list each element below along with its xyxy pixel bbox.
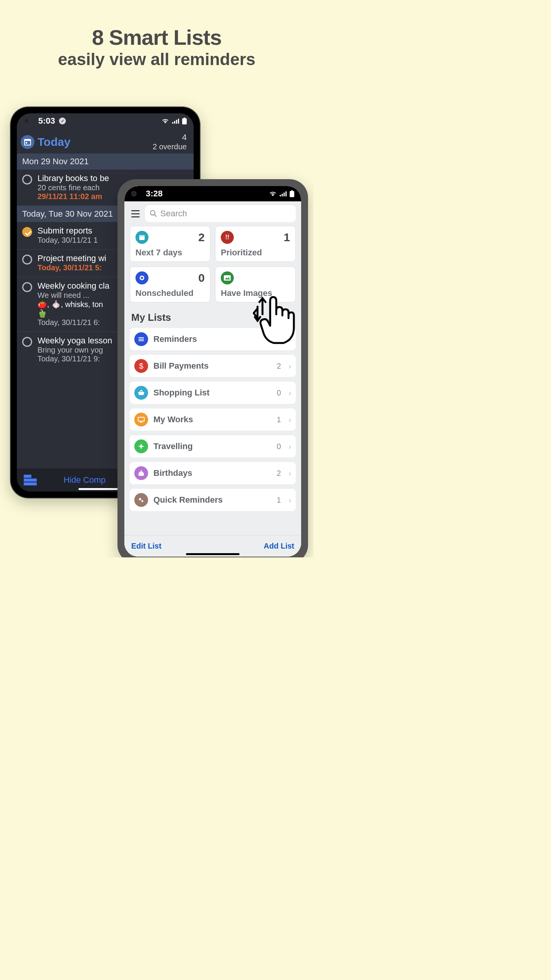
search-input[interactable]: Search [145,205,296,222]
list-count: 0 [277,442,281,451]
today-overdue: 2 overdue [153,142,187,151]
section-title-text: My Lists [131,312,171,323]
today-title: Today [37,136,70,149]
svg-rect-2 [176,120,177,124]
tile-have-images[interactable]: Have Images [215,266,296,302]
svg-rect-7 [24,139,31,141]
svg-point-15 [150,211,155,215]
list-label: My Works [153,415,271,425]
list-label: Quick Reminders [153,495,271,505]
tile-nonscheduled[interactable]: 0 Nonscheduled [130,266,210,302]
circle-icon [135,271,148,284]
task-subtitle: We will need ... [37,291,109,300]
svg-line-16 [155,215,156,217]
chevron-up-icon: ˄ [290,313,294,322]
svg-rect-28 [139,472,143,473]
svg-rect-8 [26,142,27,144]
task-subtitle: Bring your own yog [37,346,112,354]
tile-label: Have Images [221,288,290,298]
headline: 8 Smart Lists easily view all reminders [0,0,313,69]
signal-icon [172,118,179,124]
today-counts: 4 2 overdue [153,132,187,151]
task-radio-done[interactable] [22,227,32,237]
svg-rect-3 [178,119,179,124]
tile-next7[interactable]: 2 Next 7 days [130,226,210,262]
today-header: Today 4 2 overdue [17,129,194,154]
tile-count: 2 [198,231,205,244]
chevron-right-icon: › [289,335,291,344]
add-list-button[interactable]: Add List [264,542,294,550]
hide-completed-button[interactable]: Hide Comp [64,475,106,485]
task-title: Project meeting wi [37,253,106,263]
dollar-icon: $ [134,359,148,373]
task-time: Today, 30/11/21 1 [37,236,98,245]
list-row-reminders[interactable]: Reminders 5 › [130,328,296,350]
tile-label: Prioritized [221,248,290,258]
headline-subtitle: easily view all reminders [0,50,313,69]
list-label: Shopping List [153,388,271,398]
task-title: Library books to be [37,173,109,183]
task-emoji-line: 🍅, 🧄, whisks, ton [37,300,109,309]
basket-icon [134,386,148,400]
edit-list-button[interactable]: Edit List [131,542,161,550]
list-row-travel[interactable]: Travelling 0 › [130,435,296,457]
task-time: Today, 30/11/21 6: [37,318,109,327]
search-placeholder: Search [160,209,187,219]
svg-rect-11 [284,193,285,196]
svg-point-30 [139,498,141,500]
svg-rect-5 [184,118,185,119]
wifi-icon [269,191,277,197]
calendar-icon [21,135,34,149]
list-count: 0 [277,389,281,397]
list-count: 1 [277,415,281,424]
list-row-works[interactable]: My Works 1 › [130,408,296,431]
task-emoji-line2: 🫑 [37,309,109,318]
status-bar: 3:28 [124,186,301,201]
plane-icon [134,439,148,453]
svg-rect-10 [282,194,283,196]
svg-rect-0 [172,122,173,124]
nav-pill [186,553,240,555]
tile-count: 1 [284,231,290,244]
svg-rect-27 [139,473,144,476]
phone-lists: 3:28 Search [118,180,307,557]
status-bar: 5:03 ✓ [17,113,194,129]
list-label: Birthdays [153,468,271,478]
list-count: 2 [277,362,281,371]
svg-rect-12 [285,191,287,196]
chevron-right-icon: › [289,442,291,451]
svg-point-31 [142,500,143,502]
my-lists-header[interactable]: My Lists ˄ [127,302,298,328]
image-icon [221,271,234,284]
svg-marker-24 [138,392,144,395]
list-row-birthdays[interactable]: Birthdays 2 › [130,462,296,484]
list-icon [134,332,148,346]
task-radio[interactable] [22,337,32,347]
tile-label: Nonscheduled [135,288,205,298]
task-subtitle: 20 cents fine each [37,183,109,192]
task-time: Today, 30/11/21 9: [37,354,112,363]
status-icons [161,118,187,124]
cake-icon [134,466,148,480]
tile-prioritized[interactable]: !! 1 Prioritized [215,226,296,262]
list-row-shopping[interactable]: Shopping List 0 › [130,382,296,404]
list-count: 1 [277,496,281,505]
clock: 5:03 [38,116,55,126]
list-label: Bill Payments [153,361,271,371]
svg-rect-4 [182,118,187,124]
list-label: Reminders [153,334,271,344]
list-row-bill[interactable]: $ Bill Payments 2 › [130,355,296,377]
task-radio[interactable] [22,175,32,185]
tile-label: Next 7 days [135,248,205,258]
status-icons [269,190,294,197]
task-radio[interactable] [22,282,32,292]
task-title: Submit reports [37,226,98,236]
list-count: 2 [277,469,281,478]
menu-icon[interactable] [130,209,141,219]
signal-icon [280,191,287,196]
view-toggle-icon[interactable] [24,475,37,485]
chevron-right-icon: › [289,469,291,478]
task-radio[interactable] [22,255,32,265]
search-icon [150,210,157,217]
list-row-quick[interactable]: Quick Reminders 1 › [130,489,296,511]
